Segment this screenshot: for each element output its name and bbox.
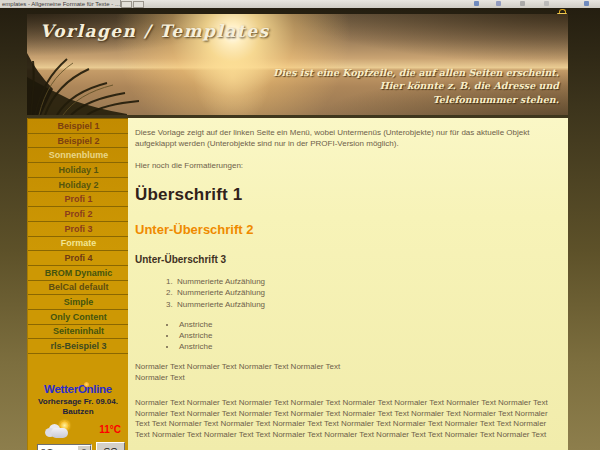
browser-icon-2[interactable] <box>496 1 501 6</box>
sidebar-item-profi-4[interactable]: Profi 4 <box>28 251 129 266</box>
bullet-list-item: Anstriche <box>177 330 558 341</box>
browser-icon-4[interactable] <box>544 1 549 6</box>
sidebar-item-profi-2[interactable]: Profi 2 <box>28 207 129 222</box>
screen: emplates - Allgemeine Formate für Texte … <box>0 0 600 450</box>
intro-paragraph: Diese Vorlage zeigt auf der linken Seite… <box>135 128 555 149</box>
wetteronline-logo-part2: Online <box>78 383 112 395</box>
sidebar-item-holiday-2[interactable]: Holiday 2 <box>28 178 129 193</box>
sidebar-item-beispiel-2[interactable]: Beispiel 2 <box>28 134 129 149</box>
browser-toolbar-button-1[interactable] <box>121 1 132 8</box>
numbered-list-item: Nummerierte Aufzählung <box>175 299 558 311</box>
go-button[interactable]: GO <box>96 442 125 450</box>
numbered-list-item: Nummerierte Aufzählung <box>175 276 558 288</box>
temperature-value: 11°C <box>99 424 121 435</box>
sidebar-item-beispiel-1[interactable]: Beispiel 1 <box>28 119 129 134</box>
formats-lead: Hier noch die Formatierungen: <box>135 161 558 172</box>
wetteronline-logo-part1: Wetter <box>44 383 78 395</box>
page-background: Vorlagen / Templates Dies ist eine Kopfz… <box>0 8 600 450</box>
dune-grass-graphic <box>27 43 237 115</box>
cloud-sun-icon <box>45 421 73 438</box>
sidebar-item-profi-1[interactable]: Profi 1 <box>28 192 129 207</box>
normal-text-paragraph: Normaler Text Normaler Text Normaler Tex… <box>135 362 558 383</box>
browser-toolbar-button-2[interactable] <box>133 1 144 8</box>
header-tagline: Dies ist eine Kopfzeile, die auf allen S… <box>273 66 559 106</box>
sidebar-item-belcal-default[interactable]: BelCal default <box>28 281 129 296</box>
wetteronline-logo[interactable]: WetterOnline <box>44 383 112 395</box>
sidebar-item-sonnenblume[interactable]: Sonnenblume <box>28 148 129 163</box>
main-content: Diese Vorlage zeigt auf der linken Seite… <box>128 118 568 450</box>
heading-2: Unter-Überschrift 2 <box>135 222 558 237</box>
heading-1: Überschrift 1 <box>135 185 558 205</box>
bullet-list-item: Anstriche <box>177 319 558 330</box>
sidebar-item-brom-dynamic[interactable]: BROM Dynamic <box>28 266 129 281</box>
header-image: Vorlagen / Templates Dies ist eine Kopfz… <box>27 14 568 115</box>
sidebar-menu: Beispiel 1Beispiel 2SonnenblumeHoliday 1… <box>28 118 129 354</box>
site-title: Vorlagen / Templates <box>40 21 270 41</box>
bullet-list: AnstricheAnstricheAnstriche <box>135 319 558 352</box>
numbered-list: Nummerierte AufzählungNummerierte Aufzäh… <box>135 276 558 311</box>
widget-controls: 3 Tage ▼ GO <box>29 442 127 450</box>
browser-icon-3[interactable] <box>520 1 525 6</box>
sidebar-item-only-content[interactable]: Only Content <box>28 310 129 325</box>
sidebar-item-rls-beispiel-3[interactable]: rls-Beispiel 3 <box>28 339 129 354</box>
sidebar-item-seiteninhalt[interactable]: Seiteninhalt <box>28 325 129 340</box>
forecast-row: 11°C <box>29 417 127 439</box>
sidebar-item-holiday-1[interactable]: Holiday 1 <box>28 163 129 178</box>
sidebar-item-profi-3[interactable]: Profi 3 <box>28 222 129 237</box>
weather-widget: WetterOnline Vorhersage Fr. 09.04. Bautz… <box>29 379 127 450</box>
browser-icon-1[interactable] <box>474 1 479 6</box>
sidebar-item-formate[interactable]: Formate <box>28 237 129 252</box>
browser-icon-5[interactable] <box>584 1 589 6</box>
heading-3: Unter-Überschrift 3 <box>135 254 558 265</box>
chevron-down-icon[interactable]: ▼ <box>77 445 91 450</box>
bullet-list-item: Anstriche <box>177 341 558 352</box>
browser-tab[interactable]: emplates - Allgemeine Formate für Texte … <box>0 0 121 7</box>
long-text-paragraph: Normaler Text Normaler Text Normaler Tex… <box>135 398 561 440</box>
forecast-date-label: Vorhersage Fr. 09.04. <box>29 397 127 407</box>
forecast-range-select[interactable]: 3 Tage ▼ <box>37 444 92 450</box>
numbered-list-item: Nummerierte Aufzählung <box>175 287 558 299</box>
sidebar-item-simple[interactable]: Simple <box>28 295 129 310</box>
forecast-location-label: Bautzen <box>29 407 127 417</box>
forecast-range-value: 3 Tage <box>41 447 65 450</box>
